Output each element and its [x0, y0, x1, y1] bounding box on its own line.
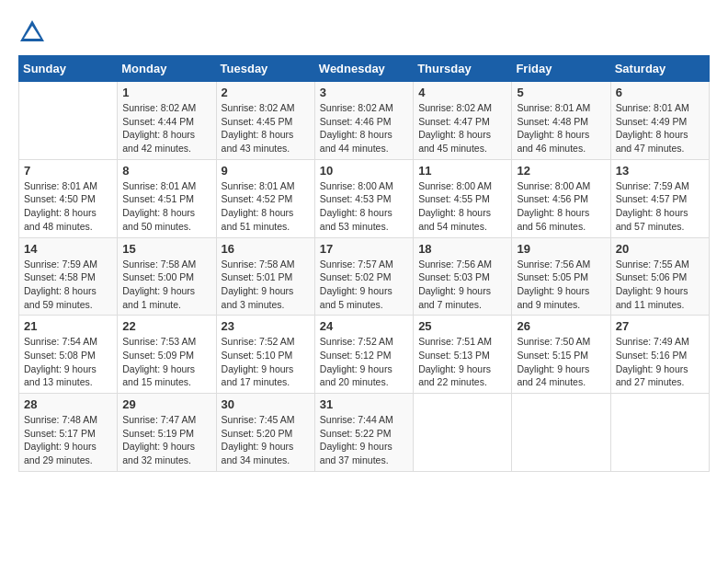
day-number: 10 [320, 164, 408, 178]
day-info: Sunrise: 8:00 AMSunset: 4:56 PMDaylight:… [517, 179, 605, 234]
day-info: Sunrise: 8:01 AMSunset: 4:49 PMDaylight:… [616, 101, 704, 155]
day-info: Sunrise: 8:02 AMSunset: 4:46 PMDaylight:… [320, 101, 408, 155]
calendar-cell: 27Sunrise: 7:49 AMSunset: 5:16 PMDayligh… [610, 316, 709, 394]
calendar-cell: 9Sunrise: 8:01 AMSunset: 4:52 PMDaylight… [216, 159, 314, 237]
calendar-week-row: 14Sunrise: 7:59 AMSunset: 4:58 PMDayligh… [19, 237, 710, 316]
calendar-cell [414, 394, 512, 472]
page-header [18, 18, 710, 46]
day-info: Sunrise: 7:52 AMSunset: 5:10 PMDaylight:… [222, 335, 310, 389]
header-row: SundayMondayTuesdayWednesdayThursdayFrid… [19, 56, 710, 82]
day-info: Sunrise: 7:54 AMSunset: 5:08 PMDaylight:… [24, 335, 112, 389]
calendar-body: 1Sunrise: 8:02 AMSunset: 4:44 PMDaylight… [19, 82, 710, 472]
calendar-cell: 25Sunrise: 7:51 AMSunset: 5:13 PMDayligh… [414, 316, 512, 394]
day-info: Sunrise: 7:49 AMSunset: 5:16 PMDaylight:… [616, 335, 704, 389]
day-info: Sunrise: 8:00 AMSunset: 4:53 PMDaylight:… [320, 179, 408, 234]
weekday-header: Wednesday [314, 56, 413, 82]
calendar-week-row: 28Sunrise: 7:48 AMSunset: 5:17 PMDayligh… [19, 394, 710, 472]
calendar-cell: 17Sunrise: 7:57 AMSunset: 5:02 PMDayligh… [314, 237, 413, 316]
day-number: 30 [222, 397, 310, 411]
calendar-cell: 8Sunrise: 8:01 AMSunset: 4:51 PMDaylight… [118, 159, 216, 237]
weekday-header: Sunday [19, 56, 118, 82]
day-number: 22 [122, 319, 210, 333]
day-number: 3 [320, 86, 408, 99]
calendar-cell: 12Sunrise: 8:00 AMSunset: 4:56 PMDayligh… [512, 159, 610, 237]
calendar-cell: 11Sunrise: 8:00 AMSunset: 4:55 PMDayligh… [414, 159, 512, 237]
calendar-cell: 16Sunrise: 7:58 AMSunset: 5:01 PMDayligh… [216, 237, 314, 316]
calendar-cell: 28Sunrise: 7:48 AMSunset: 5:17 PMDayligh… [19, 394, 118, 472]
day-number: 20 [616, 242, 704, 256]
day-info: Sunrise: 7:55 AMSunset: 5:06 PMDaylight:… [616, 258, 704, 312]
logo [18, 18, 48, 46]
calendar-cell: 30Sunrise: 7:45 AMSunset: 5:20 PMDayligh… [216, 394, 314, 472]
day-number: 2 [222, 86, 310, 99]
calendar-cell: 3Sunrise: 8:02 AMSunset: 4:46 PMDaylight… [314, 82, 413, 160]
day-number: 19 [517, 242, 605, 256]
day-info: Sunrise: 7:44 AMSunset: 5:22 PMDaylight:… [320, 413, 408, 467]
calendar-cell: 23Sunrise: 7:52 AMSunset: 5:10 PMDayligh… [216, 316, 314, 394]
weekday-header: Friday [512, 56, 610, 82]
calendar-cell: 19Sunrise: 7:56 AMSunset: 5:05 PMDayligh… [512, 237, 610, 316]
day-info: Sunrise: 8:01 AMSunset: 4:51 PMDaylight:… [122, 179, 210, 234]
day-number: 26 [517, 319, 605, 333]
calendar-cell: 2Sunrise: 8:02 AMSunset: 4:45 PMDaylight… [216, 82, 314, 160]
day-number: 17 [320, 242, 408, 256]
calendar-cell [610, 394, 709, 472]
day-info: Sunrise: 8:02 AMSunset: 4:44 PMDaylight:… [122, 101, 210, 155]
day-number: 29 [122, 397, 210, 411]
day-info: Sunrise: 8:01 AMSunset: 4:52 PMDaylight:… [222, 179, 310, 234]
day-info: Sunrise: 7:51 AMSunset: 5:13 PMDaylight:… [418, 335, 506, 389]
calendar-cell: 14Sunrise: 7:59 AMSunset: 4:58 PMDayligh… [19, 237, 118, 316]
calendar-cell: 13Sunrise: 7:59 AMSunset: 4:57 PMDayligh… [610, 159, 709, 237]
calendar-week-row: 1Sunrise: 8:02 AMSunset: 4:44 PMDaylight… [19, 82, 710, 160]
calendar-cell: 31Sunrise: 7:44 AMSunset: 5:22 PMDayligh… [314, 394, 413, 472]
day-info: Sunrise: 7:59 AMSunset: 4:58 PMDaylight:… [24, 258, 112, 312]
calendar-cell: 15Sunrise: 7:58 AMSunset: 5:00 PMDayligh… [118, 237, 216, 316]
day-info: Sunrise: 8:02 AMSunset: 4:47 PMDaylight:… [418, 101, 506, 155]
calendar-cell: 1Sunrise: 8:02 AMSunset: 4:44 PMDaylight… [118, 82, 216, 160]
day-info: Sunrise: 7:58 AMSunset: 5:00 PMDaylight:… [122, 258, 210, 312]
day-number: 25 [418, 319, 506, 333]
day-number: 7 [24, 164, 112, 178]
day-info: Sunrise: 7:53 AMSunset: 5:09 PMDaylight:… [122, 335, 210, 389]
day-info: Sunrise: 8:02 AMSunset: 4:45 PMDaylight:… [222, 101, 310, 155]
calendar-cell: 22Sunrise: 7:53 AMSunset: 5:09 PMDayligh… [118, 316, 216, 394]
day-number: 15 [122, 242, 210, 256]
calendar-cell: 7Sunrise: 8:01 AMSunset: 4:50 PMDaylight… [19, 159, 118, 237]
calendar-cell: 21Sunrise: 7:54 AMSunset: 5:08 PMDayligh… [19, 316, 118, 394]
day-number: 27 [616, 319, 704, 333]
day-number: 6 [616, 86, 704, 99]
day-number: 21 [24, 319, 112, 333]
day-number: 5 [517, 86, 605, 99]
day-info: Sunrise: 7:45 AMSunset: 5:20 PMDaylight:… [222, 413, 310, 467]
day-number: 4 [418, 86, 506, 99]
weekday-header: Thursday [414, 56, 512, 82]
calendar-cell: 24Sunrise: 7:52 AMSunset: 5:12 PMDayligh… [314, 316, 413, 394]
calendar-cell: 6Sunrise: 8:01 AMSunset: 4:49 PMDaylight… [610, 82, 709, 160]
day-info: Sunrise: 7:48 AMSunset: 5:17 PMDaylight:… [24, 413, 112, 467]
day-info: Sunrise: 7:52 AMSunset: 5:12 PMDaylight:… [320, 335, 408, 389]
day-number: 16 [222, 242, 310, 256]
calendar-cell: 20Sunrise: 7:55 AMSunset: 5:06 PMDayligh… [610, 237, 709, 316]
weekday-header: Monday [118, 56, 216, 82]
day-info: Sunrise: 8:01 AMSunset: 4:50 PMDaylight:… [24, 179, 112, 234]
calendar-cell: 4Sunrise: 8:02 AMSunset: 4:47 PMDaylight… [414, 82, 512, 160]
day-info: Sunrise: 7:57 AMSunset: 5:02 PMDaylight:… [320, 258, 408, 312]
calendar-cell: 29Sunrise: 7:47 AMSunset: 5:19 PMDayligh… [118, 394, 216, 472]
day-info: Sunrise: 7:56 AMSunset: 5:05 PMDaylight:… [517, 258, 605, 312]
calendar-cell: 10Sunrise: 8:00 AMSunset: 4:53 PMDayligh… [314, 159, 413, 237]
logo-icon [18, 18, 46, 46]
calendar-cell [19, 82, 118, 160]
day-number: 31 [320, 397, 408, 411]
day-number: 1 [122, 86, 210, 99]
day-number: 24 [320, 319, 408, 333]
day-number: 8 [122, 164, 210, 178]
calendar-table: SundayMondayTuesdayWednesdayThursdayFrid… [18, 55, 710, 472]
calendar-header: SundayMondayTuesdayWednesdayThursdayFrid… [19, 56, 710, 82]
day-info: Sunrise: 7:58 AMSunset: 5:01 PMDaylight:… [222, 258, 310, 312]
day-number: 13 [616, 164, 704, 178]
day-info: Sunrise: 7:47 AMSunset: 5:19 PMDaylight:… [122, 413, 210, 467]
calendar-cell: 5Sunrise: 8:01 AMSunset: 4:48 PMDaylight… [512, 82, 610, 160]
weekday-header: Saturday [610, 56, 709, 82]
calendar-cell [512, 394, 610, 472]
calendar-week-row: 7Sunrise: 8:01 AMSunset: 4:50 PMDaylight… [19, 159, 710, 237]
